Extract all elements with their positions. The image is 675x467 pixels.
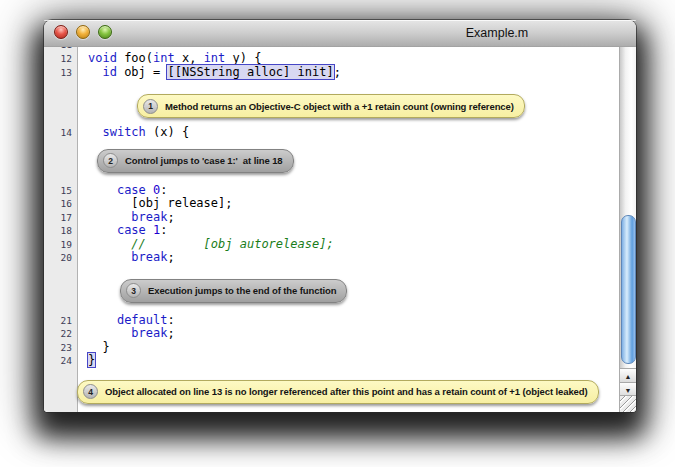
- line-number: 21: [44, 314, 78, 328]
- code-line[interactable]: default:: [78, 314, 175, 328]
- window-titlebar[interactable]: Example.m: [44, 20, 636, 48]
- close-button[interactable]: [54, 25, 68, 39]
- code-row: 18 case 1:: [44, 224, 620, 238]
- code-line[interactable]: }: [78, 354, 95, 368]
- code-segment: [146, 183, 153, 197]
- line-number: 19: [44, 238, 78, 252]
- code-segment: ;: [167, 326, 174, 340]
- window-title: Example.m: [466, 26, 529, 40]
- code-segment: }: [88, 340, 110, 354]
- bubble-row: 1Method returns an Objective-C object wi…: [137, 94, 620, 118]
- code-segment: [88, 65, 102, 79]
- code-segment: :: [167, 313, 174, 327]
- xcode-window: Example.m 11 12void foo(int x, int y) {1…: [44, 20, 636, 412]
- code-segment: (x) {: [146, 125, 189, 139]
- code-row: 14 switch (x) {: [44, 126, 620, 140]
- code-segment: break: [131, 250, 167, 264]
- code-line[interactable]: case 0:: [78, 184, 168, 198]
- code-segment: [88, 223, 117, 237]
- code-segment: [146, 223, 153, 237]
- analyzer-bubble-4[interactable]: 4Object allocated on line 13 is no longe…: [77, 380, 599, 404]
- analyzer-highlight: [[NSString alloc] init]: [167, 65, 333, 79]
- code-line[interactable]: }: [78, 341, 110, 355]
- code-segment: foo(: [117, 51, 153, 65]
- code-segment: case: [117, 183, 146, 197]
- code-line[interactable]: break;: [78, 251, 175, 265]
- code-line[interactable]: break;: [78, 211, 175, 225]
- bubble-row: 3Execution jumps to the end of the funct…: [120, 279, 620, 303]
- code-segment: x,: [175, 51, 204, 65]
- code-segment: obj =: [117, 65, 168, 79]
- bubble-text: Method returns an Objective-C object wit…: [165, 101, 514, 112]
- scroll-down-icon: ▼: [625, 387, 632, 394]
- bubble-text: Control jumps to 'case 1:' at line 18: [125, 155, 283, 166]
- vertical-scrollbar-thumb[interactable]: [621, 215, 636, 364]
- code-segment: [88, 125, 102, 139]
- code-segment: ;: [167, 210, 174, 224]
- scroll-up-icon: ▲: [625, 373, 632, 380]
- bubble-text: Execution jumps to the end of the functi…: [148, 285, 336, 296]
- code-row: 13 id obj = [[NSString alloc] init];: [44, 66, 620, 80]
- line-number: 14: [44, 126, 78, 140]
- code-editor: 11 12void foo(int x, int y) {13 id obj =…: [44, 47, 636, 412]
- code-segment: :: [160, 183, 167, 197]
- code-segment: [88, 210, 131, 224]
- line-number: 22: [44, 327, 78, 341]
- code-segment: [88, 250, 131, 264]
- line-number: 16: [44, 197, 78, 211]
- code-row: 23 }: [44, 341, 620, 355]
- code-segment: ;: [334, 65, 341, 79]
- line-number: 13: [44, 66, 78, 80]
- code-line[interactable]: switch (x) {: [78, 126, 189, 140]
- code-row: 20 break;: [44, 251, 620, 265]
- code-row: 19 // [obj autorelease];: [44, 238, 620, 252]
- line-number: 17: [44, 211, 78, 225]
- code-rows: 11 12void foo(int x, int y) {13 id obj =…: [44, 47, 620, 412]
- vertical-scrollbar-track[interactable]: ▲ ▼: [619, 47, 636, 412]
- code-segment: [88, 326, 131, 340]
- line-number: 20: [44, 251, 78, 265]
- code-row: 17 break;: [44, 211, 620, 225]
- bubble-text: Object allocated on line 13 is no longer…: [105, 386, 588, 397]
- code-segment: switch: [102, 125, 145, 139]
- scroll-up-button[interactable]: ▲: [620, 368, 636, 383]
- code-line[interactable]: id obj = [[NSString alloc] init];: [78, 66, 341, 80]
- code-row: 22 break;: [44, 327, 620, 341]
- window-controls: [54, 25, 112, 39]
- code-segment: // [obj autorelease];: [88, 237, 334, 251]
- bubble-step-badge: 3: [126, 283, 141, 298]
- code-segment: :: [160, 223, 167, 237]
- line-number: 12: [44, 52, 78, 66]
- code-line[interactable]: [obj release];: [78, 197, 233, 211]
- code-segment: break: [131, 210, 167, 224]
- analyzer-bubble-2[interactable]: 2Control jumps to 'case 1:' at line 18: [97, 149, 294, 173]
- code-row: 12void foo(int x, int y) {: [44, 52, 620, 66]
- code-segment: [88, 313, 117, 327]
- code-segment: break: [131, 326, 167, 340]
- code-segment: case: [117, 223, 146, 237]
- zoom-button[interactable]: [98, 25, 112, 39]
- analyzer-bubble-1[interactable]: 1Method returns an Objective-C object wi…: [137, 94, 525, 118]
- resize-grip-icon[interactable]: [620, 395, 636, 412]
- code-segment: int: [153, 51, 175, 65]
- bubble-row: 4Object allocated on line 13 is no longe…: [77, 380, 620, 404]
- code-line[interactable]: // [obj autorelease];: [78, 238, 334, 252]
- analyzer-bubble-3[interactable]: 3Execution jumps to the end of the funct…: [120, 279, 347, 303]
- code-line[interactable]: void foo(int x, int y) {: [78, 52, 261, 66]
- line-number: 23: [44, 341, 78, 355]
- code-row: 16 [obj release];: [44, 197, 620, 211]
- line-number: 24: [44, 354, 78, 368]
- bubble-step-badge: 4: [83, 384, 98, 399]
- minimize-button[interactable]: [76, 25, 90, 39]
- code-line[interactable]: break;: [78, 327, 175, 341]
- code-line[interactable]: case 1:: [78, 224, 168, 238]
- code-segment: y) {: [225, 51, 261, 65]
- code-segment: void: [88, 51, 117, 65]
- code-segment: int: [204, 51, 226, 65]
- code-row: 24}: [44, 354, 620, 368]
- line-number: 18: [44, 224, 78, 238]
- bubble-step-badge: 1: [143, 99, 158, 114]
- code-segment: [88, 183, 117, 197]
- code-segment: id: [102, 65, 116, 79]
- desktop-background: Example.m 11 12void foo(int x, int y) {1…: [0, 0, 675, 467]
